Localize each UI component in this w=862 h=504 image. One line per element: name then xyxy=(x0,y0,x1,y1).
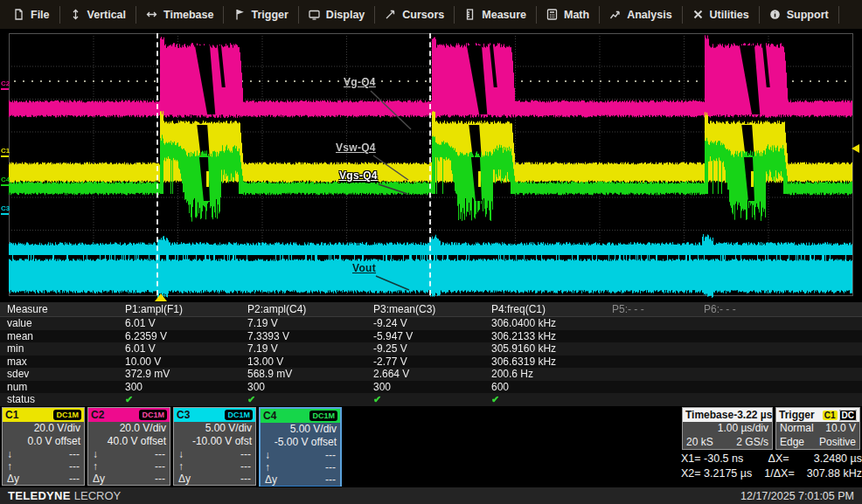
arrow-up-icon: ↑ xyxy=(93,460,98,473)
measure-cell: -2.77 V xyxy=(366,356,484,368)
row-label: num xyxy=(0,381,118,393)
channel-c2-zero-marker[interactable]: C2 xyxy=(1,81,9,90)
arrow-down-icon: ↓ xyxy=(178,448,184,460)
measure-cell: 300 xyxy=(240,381,366,393)
channel-box-c2[interactable]: C2 DC1M 20.0 V/div 40.0 V offset ↓--- ↑-… xyxy=(87,407,170,486)
trigger-mode: Normal xyxy=(780,422,814,436)
trigger-title: Trigger xyxy=(779,409,815,421)
measure-col-p4[interactable]: P4:freq(C1) xyxy=(484,303,605,315)
menu-vertical[interactable]: Vertical xyxy=(60,0,136,29)
status-bar: TELEDYNELECROY 12/17/2025 7:01:05 PM xyxy=(0,487,862,504)
channel-c3-zero-marker[interactable]: C3 xyxy=(1,206,9,215)
channel-c4-zero-marker[interactable]: C4 xyxy=(1,177,9,186)
trigger-level-arrow[interactable] xyxy=(852,144,859,153)
measure-cell: 7.3393 V xyxy=(240,330,366,342)
trigger-type: Edge xyxy=(780,436,804,450)
menu-cursors[interactable]: Cursors xyxy=(375,0,454,29)
row-label: sdev xyxy=(0,368,118,380)
measure-row-status: status ✔ ✔ ✔ ✔ xyxy=(0,393,862,406)
trigger-row: Normal 10.0 V xyxy=(776,422,859,436)
channel-c1-id: C1 xyxy=(5,409,18,421)
menu-cursors-label: Cursors xyxy=(402,9,444,21)
measure-col-p5[interactable]: P5:- - - xyxy=(605,303,697,315)
menu-support[interactable]: Support xyxy=(760,0,838,29)
measure-cell: 300 xyxy=(366,381,484,393)
menu-file-label: File xyxy=(31,9,50,21)
channel-c1-zero-marker[interactable]: C1 xyxy=(1,148,9,157)
channel-c1-vdiv: 20.0 V/div xyxy=(3,422,84,435)
channel-c1-coupling-badge: DC1M xyxy=(53,410,81,420)
timebase-row: 20 kS 2 GS/s xyxy=(683,436,772,450)
menu-analysis[interactable]: Analysis xyxy=(600,0,681,29)
cursor-row: ↑--- xyxy=(261,461,340,473)
channel-box-c1[interactable]: C1 DC1M 20.0 V/div 0.0 V offset ↓--- ↑--… xyxy=(2,407,85,486)
x1-value: X1= -30.5 ns xyxy=(681,452,743,465)
brand-lecroy: LECROY xyxy=(74,489,121,502)
cursor-row: ↓--- xyxy=(88,448,170,460)
channel-c4-id: C4 xyxy=(263,410,276,422)
measure-cell: -9.24 V xyxy=(366,317,484,329)
channel-c3-header: C3 DC1M xyxy=(174,408,255,422)
channel-c4-vdiv: 5.00 V/div xyxy=(261,423,340,436)
measure-cell: 305.9160 kHz xyxy=(484,342,605,355)
cursor-row: ↓--- xyxy=(3,448,84,460)
menu-trigger[interactable]: Trigger xyxy=(224,0,297,29)
tools-icon xyxy=(692,9,704,20)
menu-utilities[interactable]: Utilities xyxy=(683,0,759,29)
channel-box-c3[interactable]: C3 DC1M 5.00 V/div -10.00 V ofst ↓--- ↑-… xyxy=(173,407,256,486)
cursor-x2-line[interactable] xyxy=(429,33,431,295)
trigger-time-marker[interactable] xyxy=(155,293,167,301)
timebase-samples: 20 kS xyxy=(686,436,713,450)
measure-col-p2[interactable]: P2:ampl(C4) xyxy=(240,303,366,315)
measure-table: Measure P1:ampl(F1) P2:ampl(C4) P3:mean(… xyxy=(0,302,862,406)
menu-math-label: Math xyxy=(564,9,589,21)
channel-box-c4[interactable]: C4 DC1M 5.00 V/div -5.00 V offset ↓--- ↑… xyxy=(259,407,342,491)
measure-col-p1[interactable]: P1:ampl(F1) xyxy=(118,303,240,315)
channel-c2-coupling-badge: DC1M xyxy=(139,410,167,420)
menu-file[interactable]: File xyxy=(3,0,59,29)
cursor-value: --- xyxy=(155,460,165,473)
menu-math[interactable]: Math xyxy=(537,0,599,29)
timebase-delay: -3.22 µs xyxy=(733,409,772,421)
trigger-slope: Positive xyxy=(819,436,856,450)
channel-c4-offset: -5.00 V offset xyxy=(261,436,340,449)
cursor-value: --- xyxy=(69,473,80,485)
display-monitor-icon xyxy=(309,9,320,20)
measure-cell: 300 xyxy=(118,381,240,393)
measure-cell: 13.00 V xyxy=(240,356,366,368)
trace-label-vout: Vout xyxy=(352,262,376,274)
cursor-row: ↑--- xyxy=(3,460,84,473)
menu-display[interactable]: Display xyxy=(299,0,374,29)
inv-dx-label: 1/ΔX= xyxy=(764,467,794,480)
arrow-up-icon: ↑ xyxy=(265,461,270,473)
measure-row-sdev: sdev 372.9 mV 568.9 mV 2.664 V 200.6 Hz xyxy=(0,368,862,381)
measure-cell: 2.664 V xyxy=(366,368,484,380)
timebase-title: Timebase xyxy=(685,409,733,421)
measure-col-p6[interactable]: P6:- - - xyxy=(697,303,862,315)
cursor-arrow-icon xyxy=(385,9,396,20)
datetime-display: 12/17/2025 7:01:05 PM xyxy=(740,490,854,502)
calculator-icon xyxy=(546,9,558,20)
measure-cell: 6.01 V xyxy=(118,317,240,329)
status-check-p1: ✔ xyxy=(118,394,240,405)
measure-col-p3[interactable]: P3:mean(C3) xyxy=(366,303,484,315)
menu-measure[interactable]: Measure xyxy=(455,0,536,29)
measure-cell: 306.6319 kHz xyxy=(484,356,605,368)
trigger-row: Edge Positive xyxy=(776,436,859,450)
trigger-box[interactable]: Trigger C1DC Normal 10.0 V Edge Positive xyxy=(775,407,860,450)
menu-timebase[interactable]: Timebase xyxy=(136,0,223,29)
timebase-box[interactable]: Timebase -3.22 µs 1.00 µs/div 20 kS 2 GS… xyxy=(682,407,773,450)
menu-measure-label: Measure xyxy=(482,9,526,21)
cursor-readout-x2: X2= 3.2175 µs 1/ΔX= 307.88 kHz xyxy=(681,467,862,480)
cursor-value: --- xyxy=(325,449,336,461)
menu-display-label: Display xyxy=(326,9,365,21)
channel-c2-offset: 40.0 V offset xyxy=(88,435,170,448)
cursor-readout-x1: X1= -30.5 ns ΔX= 3.2480 µs xyxy=(681,452,862,465)
trigger-header: Trigger C1DC xyxy=(776,408,859,422)
arrow-down-icon: ↓ xyxy=(265,449,270,461)
cursor-value: --- xyxy=(325,473,336,486)
cursor-x1-line[interactable] xyxy=(156,33,158,295)
waveform-overlay: Vg-Q4 Vsw-Q4 Vgs-Q4 Vout C2 C1 C4 C3 xyxy=(0,31,862,301)
delta-y-label: Δy xyxy=(178,473,191,485)
measure-cell: -9.25 V xyxy=(366,342,484,355)
